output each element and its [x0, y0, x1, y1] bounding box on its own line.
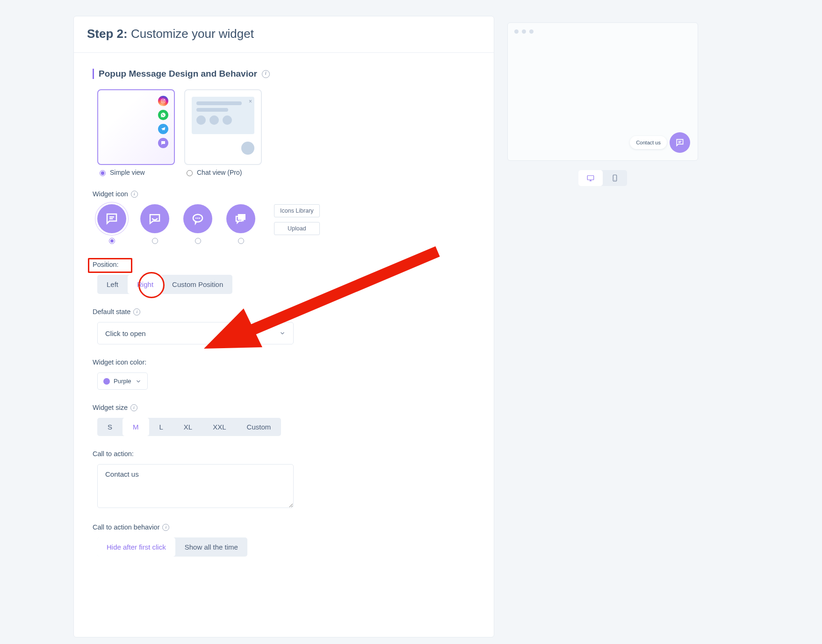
- widget-icon-option-2[interactable]: [183, 204, 212, 244]
- info-icon[interactable]: i: [130, 404, 137, 411]
- position-label: Position:: [93, 261, 475, 268]
- section-title: Popup Message Design and Behavior: [99, 69, 257, 79]
- preview-window: Contact us: [507, 22, 698, 161]
- svg-point-7: [197, 217, 199, 219]
- widget-icon-option-0[interactable]: [97, 204, 126, 244]
- widget-size-label: Widget size i: [93, 404, 475, 411]
- color-swatch: [103, 378, 110, 385]
- view-option-chat-radio[interactable]: Chat view (Pro): [184, 169, 262, 176]
- cta-behavior-showall[interactable]: Show all the time: [175, 537, 247, 557]
- info-icon[interactable]: i: [262, 70, 270, 78]
- svg-point-8: [199, 217, 200, 219]
- section-accent: [93, 69, 94, 79]
- chat-fab-icon: [241, 142, 254, 155]
- default-state-select[interactable]: Click to open: [97, 322, 294, 344]
- svg-point-1: [162, 100, 164, 102]
- icons-library-button[interactable]: Icons Library: [274, 204, 320, 217]
- cta-behavior-segmented: Hide after first click Show all the time: [97, 537, 247, 557]
- device-toggle: [578, 170, 627, 186]
- chevron-down-icon: [135, 378, 142, 385]
- size-xxl[interactable]: XXL: [202, 418, 236, 436]
- preview-widget-fab: [670, 132, 690, 153]
- close-icon: ×: [249, 98, 252, 105]
- panel-header: Step 2: Customize your widget: [74, 16, 494, 53]
- size-l[interactable]: L: [149, 418, 173, 436]
- info-icon[interactable]: i: [162, 524, 169, 531]
- cta-behavior-label: Call to action behavior i: [93, 523, 475, 531]
- position-segmented: Left Right Custom Position: [97, 275, 232, 294]
- chevron-down-icon: [279, 330, 286, 336]
- info-icon[interactable]: i: [133, 308, 140, 315]
- position-custom[interactable]: Custom Position: [163, 275, 232, 294]
- mobile-icon: [611, 174, 619, 182]
- icon-color-picker[interactable]: Purple: [97, 372, 148, 390]
- device-mobile[interactable]: [603, 170, 627, 186]
- icon-color-label: Widget icon color:: [93, 358, 475, 366]
- widget-size-segmented: S M L XL XXL Custom: [97, 418, 281, 436]
- default-state-label: Default state i: [93, 308, 475, 315]
- svg-point-6: [195, 217, 197, 219]
- window-traffic-lights: [514, 29, 534, 34]
- widget-icon-label: Widget icon i: [93, 190, 475, 198]
- cta-textarea[interactable]: [97, 464, 294, 508]
- position-left[interactable]: Left: [97, 275, 128, 294]
- upload-icon-button[interactable]: Upload: [274, 222, 320, 235]
- chat-icon: [158, 138, 168, 148]
- widget-icon-option-1[interactable]: [140, 204, 169, 244]
- size-m[interactable]: M: [123, 418, 149, 436]
- size-s[interactable]: S: [97, 418, 123, 436]
- cta-behavior-hide[interactable]: Hide after first click: [97, 537, 175, 557]
- telegram-icon: [158, 124, 168, 134]
- settings-panel: Step 2: Customize your widget Popup Mess…: [73, 16, 494, 637]
- position-right[interactable]: Right: [128, 275, 163, 294]
- svg-rect-13: [587, 176, 594, 180]
- svg-point-2: [164, 100, 165, 100]
- widget-icon-option-3[interactable]: [226, 204, 255, 244]
- step-title: Step 2: Customize your widget: [87, 27, 481, 41]
- cta-label: Call to action:: [93, 450, 475, 458]
- preview-cta-pill: Contact us: [630, 136, 667, 149]
- view-option-simple[interactable]: [97, 89, 175, 165]
- size-xl[interactable]: XL: [173, 418, 202, 436]
- whatsapp-icon: [158, 110, 168, 120]
- view-option-simple-radio[interactable]: Simple view: [97, 169, 175, 176]
- size-custom[interactable]: Custom: [237, 418, 281, 436]
- instagram-icon: [158, 96, 168, 106]
- info-icon[interactable]: i: [131, 191, 138, 198]
- desktop-icon: [586, 174, 595, 182]
- device-desktop[interactable]: [578, 170, 603, 186]
- view-option-chat[interactable]: ×: [184, 89, 262, 165]
